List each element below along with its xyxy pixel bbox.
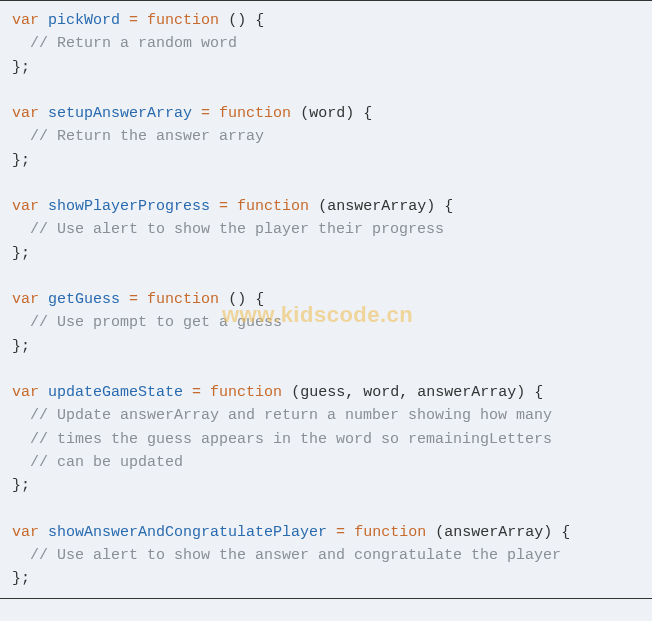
code-block: var pickWord = function () { // Return a… [12,9,640,590]
code-snippet: var pickWord = function () { // Return a… [12,9,640,590]
